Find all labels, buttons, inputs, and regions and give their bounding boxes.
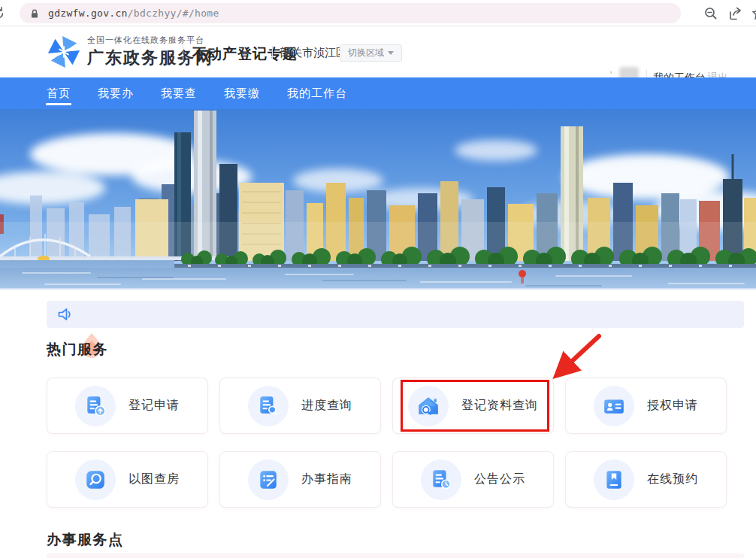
nav-item-home[interactable]: 首页 [47,77,71,109]
browser-toolbar: gdzwfw.gov.cn/bdczhyy/#/home [0,0,756,26]
nav-label: 首页 [47,86,71,101]
header-divider [272,46,273,59]
service-label: 登记申请 [129,398,180,414]
service-card-progress-query[interactable]: 进度查询 [219,378,381,434]
share-icon[interactable] [727,5,744,22]
service-card-service-guide[interactable]: 办事指南 [219,451,381,508]
doc-search-icon [248,386,289,426]
nav-item-query[interactable]: 我要查 [161,77,197,109]
hot-services-grid: 登记申请 进度查询 [47,378,727,508]
nav-label: 我的工作台 [287,86,347,101]
nav-item-apply[interactable]: 我要办 [98,77,134,109]
pinwheel-logo-icon [47,35,81,69]
lock-icon [29,8,41,20]
address-bar[interactable]: gdzwfw.gov.cn/bdczhyy/#/home [20,3,681,23]
service-card-registration-data-query[interactable]: 登记资料查询 [392,378,554,434]
service-label: 以图查房 [129,472,180,487]
house-search-icon [408,386,449,426]
url-text: gdzwfw.gov.cn/bdczhyy/#/home [48,8,219,19]
chevron-down-icon [388,51,394,55]
service-card-map-house-search[interactable]: 以图查房 [47,451,208,508]
active-underline [46,103,71,105]
service-label: 登记资料查询 [461,398,538,414]
nav-label: 我要缴 [224,86,260,101]
city-skyline-banner [0,109,756,290]
id-card-icon [594,386,634,426]
map-search-icon [75,459,116,500]
header-divider [183,43,183,62]
calendar-book-icon [594,459,634,500]
service-points-title: 办事服务点 [47,530,124,550]
page-root: gdzwfw.gov.cn/bdczhyy/#/home [0,0,756,558]
doc-upload-icon [75,386,116,426]
service-label: 在线预约 [647,472,698,487]
service-label: 办事指南 [301,472,352,487]
switch-region-label: 切换区域 [348,47,384,59]
service-card-online-appointment[interactable]: 在线预约 [565,451,727,508]
switch-region-button[interactable]: 切换区域 [340,44,402,62]
doc-clock-icon [421,459,461,500]
nav-item-pay[interactable]: 我要缴 [224,77,260,109]
url-path: /bdczhyy/#/home [128,8,219,19]
service-label: 授权申请 [647,398,698,414]
speaker-icon [56,306,73,323]
announcement-bar[interactable] [47,301,744,328]
nav-label: 我要办 [98,86,134,101]
skyline-illustration [0,109,756,290]
site-header: 全国一体化在线政务服务平台 广东政务服务网 不动产登记专题 韶关市浈江区 切换区… [0,26,756,77]
region-name: 韶关市浈江区 [280,46,347,60]
url-domain: gdzwfw.gov.cn [48,8,128,19]
refresh-icon[interactable] [0,5,7,22]
bookmark-star-icon[interactable] [751,5,756,22]
zoom-out-icon[interactable] [703,5,719,22]
service-label: 公告公示 [474,472,525,487]
main-nav: 首页 我要办 我要查 我要缴 我的工作台 [0,77,756,109]
nav-label: 我要查 [161,86,197,101]
nav-item-workspace[interactable]: 我的工作台 [287,77,347,109]
hot-services-title: 热门服务 [47,340,108,359]
site-logo[interactable]: 全国一体化在线政务服务平台 广东政务服务网 [47,35,213,69]
guide-doc-icon [248,459,289,500]
next-section-edge [47,553,744,558]
service-card-announcements[interactable]: 公告公示 [392,451,554,508]
service-card-authorization-apply[interactable]: 授权申请 [565,378,727,434]
service-card-registration-apply[interactable]: 登记申请 [47,378,208,434]
service-label: 进度查询 [301,398,352,414]
